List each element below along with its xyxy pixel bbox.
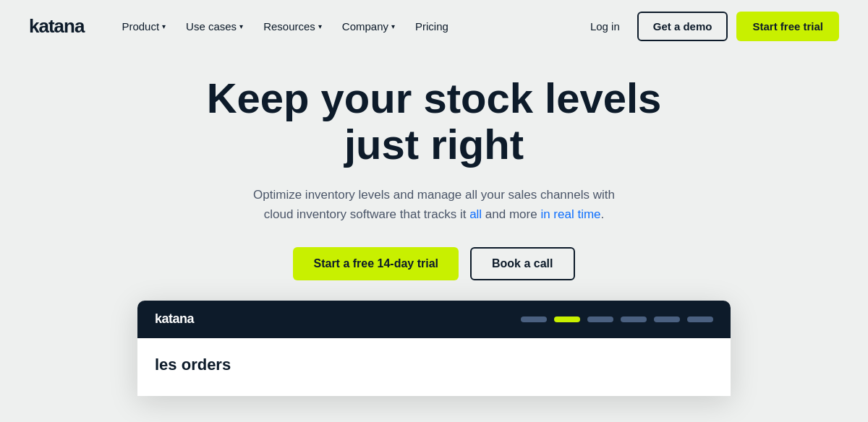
nav-item-company[interactable]: Company ▾ — [333, 14, 404, 38]
highlight-realtime: in real time — [540, 207, 600, 221]
app-nav-dot-3[interactable] — [587, 316, 613, 322]
nav-links: Product ▾ Use cases ▾ Resources ▾ Compan… — [113, 14, 582, 38]
cta-trial-button[interactable]: Start a free 14-day trial — [293, 247, 459, 280]
login-button[interactable]: Log in — [582, 14, 629, 38]
app-nav-dot-4[interactable] — [621, 316, 647, 322]
hero-subtitle: Optimize inventory levels and manage all… — [239, 185, 629, 224]
start-trial-button[interactable]: Start free trial — [736, 12, 839, 41]
app-content: les orders — [137, 338, 731, 396]
app-logo: katana — [155, 311, 194, 327]
hero-title-line1: Keep your stock levels — [207, 74, 662, 121]
hero-buttons: Start a free 14-day trial Book a call — [293, 247, 574, 280]
hero-title-line2: just right — [344, 121, 524, 168]
nav-label-resources: Resources — [263, 20, 315, 33]
nav-label-usecases: Use cases — [186, 20, 237, 33]
navbar: katana Product ▾ Use cases ▾ Resources ▾… — [0, 0, 868, 52]
nav-item-pricing[interactable]: Pricing — [407, 14, 457, 38]
app-topbar: katana — [137, 301, 731, 338]
hero-title: Keep your stock levels just right — [207, 75, 662, 168]
hero-section: Keep your stock levels just right Optimi… — [0, 52, 868, 298]
nav-label-product: Product — [122, 20, 159, 33]
chevron-down-icon: ▾ — [162, 22, 166, 30]
chevron-down-icon: ▾ — [391, 22, 395, 30]
nav-label-pricing: Pricing — [415, 20, 448, 33]
get-demo-button[interactable]: Get a demo — [637, 12, 728, 41]
app-content-title: les orders — [155, 356, 713, 374]
nav-item-resources[interactable]: Resources ▾ — [255, 14, 331, 38]
chevron-down-icon: ▾ — [318, 22, 322, 30]
nav-label-company: Company — [342, 20, 388, 33]
app-nav-dots — [521, 316, 713, 322]
app-nav-dot-5[interactable] — [654, 316, 680, 322]
logo[interactable]: katana — [29, 15, 84, 38]
app-nav-dot-6[interactable] — [687, 316, 713, 322]
nav-item-usecases[interactable]: Use cases ▾ — [177, 14, 252, 38]
nav-item-product[interactable]: Product ▾ — [113, 14, 174, 38]
app-nav-dot-1[interactable] — [521, 316, 547, 322]
app-nav-dot-2-active[interactable] — [554, 316, 580, 322]
chevron-down-icon: ▾ — [239, 22, 243, 30]
highlight-all: all — [469, 207, 482, 221]
app-preview: katana les orders — [137, 301, 731, 396]
app-preview-container: katana les orders — [0, 301, 868, 396]
cta-book-call-button[interactable]: Book a call — [470, 247, 574, 280]
nav-right: Log in Get a demo Start free trial — [582, 12, 839, 41]
